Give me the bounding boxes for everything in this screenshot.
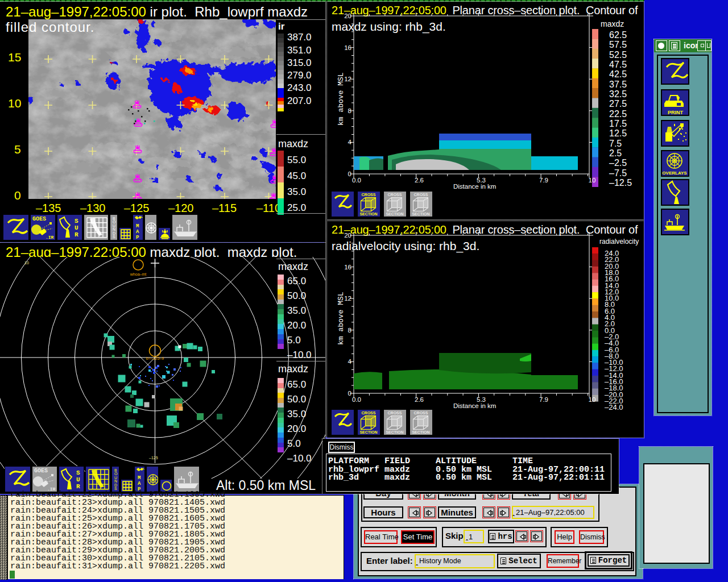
svg-text:.IR: .IR <box>46 235 54 240</box>
svg-text:A: A <box>136 229 139 235</box>
svg-text:R: R <box>75 231 78 238</box>
svg-text:R: R <box>76 483 80 490</box>
svg-text:U: U <box>76 476 80 483</box>
svg-text:10: 10 <box>24 261 29 265</box>
svg-text:S: S <box>76 469 80 476</box>
svg-text:whoa–mt: whoa–mt <box>130 272 146 276</box>
svg-text:SECTION: SECTION <box>386 212 403 216</box>
svg-text:M: M <box>138 475 140 481</box>
svg-text:CROSS: CROSS <box>414 193 428 197</box>
svg-text:CROSS: CROSS <box>362 193 376 197</box>
svg-text:PRINT: PRINT <box>668 110 684 115</box>
svg-text:SECTION: SECTION <box>359 430 377 434</box>
svg-text:CROSS: CROSS <box>388 411 402 415</box>
svg-text:A: A <box>138 481 141 487</box>
svg-text:b=–125–9: b=–125–9 <box>146 356 164 360</box>
svg-text:GOES: GOES <box>34 468 48 474</box>
svg-text:SECTION: SECTION <box>412 430 429 434</box>
svg-text:S: S <box>113 235 115 239</box>
svg-text:SECTION: SECTION <box>359 212 377 216</box>
svg-text:GOES: GOES <box>32 216 46 222</box>
svg-text:–125: –125 <box>149 456 158 460</box>
svg-text:S: S <box>75 218 78 225</box>
svg-text:SECTION: SECTION <box>412 212 429 216</box>
svg-text:P: P <box>136 235 139 240</box>
svg-text:CROSS: CROSS <box>414 411 428 415</box>
svg-text:M: M <box>136 223 139 229</box>
svg-text:U: U <box>75 225 78 231</box>
svg-text:CROSS: CROSS <box>388 193 402 197</box>
svg-text:SECTION: SECTION <box>386 430 403 434</box>
svg-text:OVERLAYS: OVERLAYS <box>662 171 687 176</box>
svg-text:CROSS: CROSS <box>362 411 376 415</box>
